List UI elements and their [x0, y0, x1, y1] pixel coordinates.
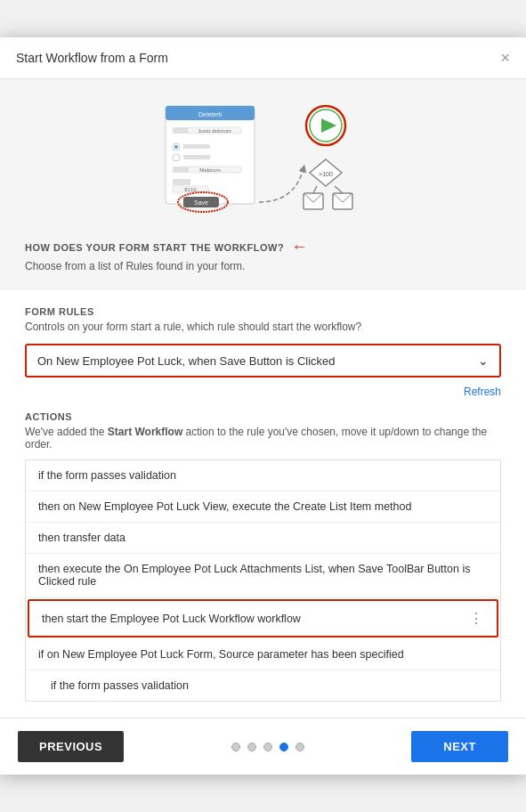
- rule-dropdown[interactable]: On New Employee Pot Luck, when Save Butt…: [25, 344, 501, 378]
- actions-description: We've added the Start Workflow action to…: [25, 426, 501, 451]
- next-button[interactable]: NEXT: [411, 731, 508, 762]
- svg-rect-10: [183, 155, 210, 159]
- svg-text:Malorum: Malorum: [199, 167, 220, 173]
- svg-text:$110: $110: [184, 187, 197, 192]
- pagination-dot-1: [231, 743, 240, 751]
- previous-button[interactable]: PREVIOUS: [18, 731, 124, 762]
- refresh-link[interactable]: Refresh: [464, 386, 501, 398]
- action-item: then on New Employee Pot Luck View, exec…: [26, 491, 500, 523]
- modal-title: Start Workflow from a Form: [16, 51, 168, 65]
- pagination-dot-3: [263, 743, 272, 751]
- svg-text:Deleterti: Deleterti: [198, 111, 222, 118]
- chevron-down-icon: ⌄: [478, 353, 489, 368]
- content-area: FORM RULES Controls on your form start a…: [0, 290, 526, 718]
- svg-text:>100: >100: [319, 171, 333, 177]
- svg-point-9: [173, 154, 180, 161]
- illustration-svg: Deleterti Justo dolorum Malorum $110 Sav…: [139, 97, 388, 222]
- svg-rect-14: [173, 179, 190, 185]
- how-description: Choose from a list of Rules found in you…: [25, 260, 501, 272]
- close-button[interactable]: ×: [500, 50, 510, 66]
- svg-point-7: [174, 145, 178, 149]
- pagination-dots: [231, 743, 304, 751]
- action-item: then transfer data: [26, 523, 500, 554]
- form-rules-title: FORM RULES: [25, 306, 501, 317]
- action-item: if on New Employee Pot Luck Form, Source…: [26, 639, 500, 670]
- dropdown-value: On New Employee Pot Luck, when Save Butt…: [37, 354, 336, 368]
- svg-text:Justo dolorum: Justo dolorum: [198, 128, 231, 134]
- svg-rect-8: [183, 144, 210, 149]
- svg-line-28: [335, 186, 343, 193]
- action-item-sub: if the form passes validation: [26, 670, 500, 701]
- actions-section: ACTIONS We've added the Start Workflow a…: [25, 411, 501, 702]
- how-title: HOW DOES YOUR FORM START THE WORKFLOW? ←: [25, 238, 501, 256]
- pagination-dot-2: [247, 743, 256, 751]
- actions-list: if the form passes validation then on Ne…: [25, 459, 501, 702]
- modal-header: Start Workflow from a Form ×: [0, 37, 526, 79]
- modal-container: Start Workflow from a Form × Deleterti J…: [0, 37, 526, 775]
- refresh-row: Refresh: [25, 383, 501, 399]
- svg-text:Save: Save: [194, 199, 208, 206]
- pagination-dot-5: [295, 743, 304, 751]
- action-item: if the form passes validation: [26, 460, 500, 491]
- arrow-icon: ←: [291, 238, 308, 256]
- modal-footer: PREVIOUS NEXT: [0, 718, 526, 775]
- action-item-highlighted: then start the Employee Pot Luck Workflo…: [28, 599, 498, 637]
- illustration-area: Deleterti Justo dolorum Malorum $110 Sav…: [0, 79, 526, 231]
- how-section: HOW DOES YOUR FORM START THE WORKFLOW? ←…: [0, 231, 526, 290]
- dots-menu-icon[interactable]: ⋮: [469, 610, 484, 627]
- form-rules-desc: Controls on your form start a rule, whic…: [25, 321, 501, 333]
- pagination-dot-4: [279, 743, 288, 751]
- action-item: then execute the On Employee Pot Luck At…: [26, 554, 500, 597]
- svg-line-27: [313, 186, 317, 193]
- actions-title: ACTIONS: [25, 411, 501, 422]
